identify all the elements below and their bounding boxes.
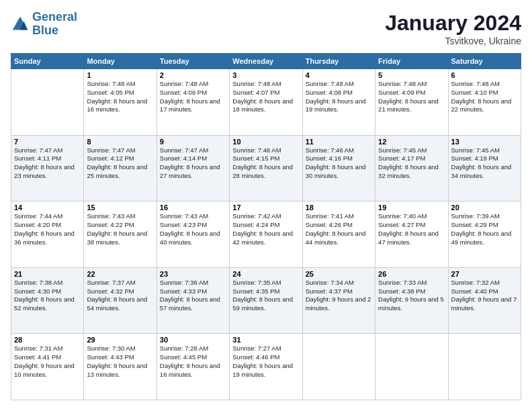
day-number: 29 (87, 336, 153, 344)
title-block: January 2024 Tsvitkove, Ukraine (385, 11, 521, 46)
calendar-header-friday: Friday (375, 54, 448, 69)
day-info: Sunrise: 7:47 AMSunset: 4:11 PMDaylight:… (14, 146, 81, 181)
calendar-cell (448, 334, 521, 400)
calendar-header-row: SundayMondayTuesdayWednesdayThursdayFrid… (11, 54, 521, 69)
day-number: 28 (14, 336, 81, 344)
day-info: Sunrise: 7:30 AMSunset: 4:43 PMDaylight:… (87, 345, 153, 379)
day-number: 11 (306, 138, 372, 146)
calendar-cell: 5Sunrise: 7:48 AMSunset: 4:09 PMDaylight… (375, 69, 448, 136)
calendar-week-1: 7Sunrise: 7:47 AMSunset: 4:11 PMDaylight… (11, 135, 521, 201)
logo-icon (11, 15, 30, 34)
calendar-week-0: 1Sunrise: 7:48 AMSunset: 4:05 PMDaylight… (11, 69, 521, 136)
calendar-week-3: 21Sunrise: 7:38 AMSunset: 4:30 PMDayligh… (11, 267, 521, 334)
day-number: 17 (232, 203, 299, 212)
calendar-week-4: 28Sunrise: 7:31 AMSunset: 4:41 PMDayligh… (11, 334, 521, 400)
day-info: Sunrise: 7:47 AMSunset: 4:14 PMDaylight:… (160, 146, 226, 181)
calendar-cell (375, 334, 448, 400)
calendar-cell: 24Sunrise: 7:35 AMSunset: 4:35 PMDayligh… (230, 267, 302, 334)
day-number: 5 (378, 71, 445, 79)
day-number: 9 (160, 138, 226, 146)
day-number: 7 (14, 138, 81, 146)
calendar-cell: 23Sunrise: 7:36 AMSunset: 4:33 PMDayligh… (157, 267, 229, 334)
calendar-cell: 13Sunrise: 7:45 AMSunset: 4:19 PMDayligh… (448, 135, 521, 201)
month-title: January 2024 (385, 11, 521, 36)
calendar-header-wednesday: Wednesday (230, 54, 302, 69)
calendar-cell: 1Sunrise: 7:48 AMSunset: 4:05 PMDaylight… (84, 69, 157, 136)
calendar-week-2: 14Sunrise: 7:44 AMSunset: 4:20 PMDayligh… (11, 201, 521, 268)
day-number: 23 (160, 270, 226, 278)
location-subtitle: Tsvitkove, Ukraine (385, 36, 521, 46)
day-number: 2 (160, 71, 226, 79)
calendar-header-tuesday: Tuesday (157, 54, 229, 69)
day-info: Sunrise: 7:40 AMSunset: 4:27 PMDaylight:… (378, 212, 445, 246)
day-info: Sunrise: 7:48 AMSunset: 4:09 PMDaylight:… (378, 80, 445, 114)
day-number: 21 (14, 270, 81, 278)
day-info: Sunrise: 7:46 AMSunset: 4:15 PMDaylight:… (232, 146, 299, 181)
calendar-cell: 9Sunrise: 7:47 AMSunset: 4:14 PMDaylight… (157, 135, 229, 201)
logo-text: General Blue (32, 11, 77, 38)
day-info: Sunrise: 7:39 AMSunset: 4:29 PMDaylight:… (451, 212, 518, 246)
calendar-table: SundayMondayTuesdayWednesdayThursdayFrid… (11, 53, 521, 400)
calendar-cell: 11Sunrise: 7:46 AMSunset: 4:16 PMDayligh… (302, 135, 375, 201)
calendar-header-monday: Monday (84, 54, 157, 69)
day-number: 1 (87, 71, 153, 79)
calendar-cell: 6Sunrise: 7:48 AMSunset: 4:10 PMDaylight… (448, 69, 521, 136)
day-info: Sunrise: 7:48 AMSunset: 4:08 PMDaylight:… (306, 80, 372, 114)
day-number: 22 (87, 270, 153, 278)
day-number: 18 (306, 203, 372, 212)
day-info: Sunrise: 7:48 AMSunset: 4:07 PMDaylight:… (232, 80, 299, 114)
calendar-cell: 2Sunrise: 7:48 AMSunset: 4:06 PMDaylight… (157, 69, 229, 136)
header: General Blue January 2024 Tsvitkove, Ukr… (11, 11, 521, 46)
day-number: 27 (451, 270, 518, 278)
logo-line1: General (32, 10, 77, 24)
day-number: 4 (306, 71, 372, 79)
calendar-cell: 20Sunrise: 7:39 AMSunset: 4:29 PMDayligh… (448, 201, 521, 268)
calendar-header-saturday: Saturday (448, 54, 521, 69)
day-info: Sunrise: 7:43 AMSunset: 4:23 PMDaylight:… (160, 212, 226, 246)
calendar-cell: 26Sunrise: 7:33 AMSunset: 4:38 PMDayligh… (375, 267, 448, 334)
day-number: 10 (232, 138, 299, 146)
day-info: Sunrise: 7:37 AMSunset: 4:32 PMDaylight:… (87, 279, 153, 313)
day-number: 13 (451, 138, 518, 146)
day-info: Sunrise: 7:45 AMSunset: 4:17 PMDaylight:… (378, 146, 445, 181)
day-info: Sunrise: 7:35 AMSunset: 4:35 PMDaylight:… (232, 279, 299, 313)
calendar-cell: 12Sunrise: 7:45 AMSunset: 4:17 PMDayligh… (375, 135, 448, 201)
day-info: Sunrise: 7:46 AMSunset: 4:16 PMDaylight:… (306, 146, 372, 181)
calendar-cell: 30Sunrise: 7:28 AMSunset: 4:45 PMDayligh… (157, 334, 229, 400)
calendar-cell: 14Sunrise: 7:44 AMSunset: 4:20 PMDayligh… (11, 201, 84, 268)
calendar-cell: 27Sunrise: 7:32 AMSunset: 4:40 PMDayligh… (448, 267, 521, 334)
day-number: 19 (378, 203, 445, 212)
day-number: 6 (451, 71, 518, 79)
calendar-cell: 25Sunrise: 7:34 AMSunset: 4:37 PMDayligh… (302, 267, 375, 334)
logo-line2: Blue (32, 24, 58, 37)
day-info: Sunrise: 7:45 AMSunset: 4:19 PMDaylight:… (451, 146, 518, 181)
calendar-cell: 8Sunrise: 7:47 AMSunset: 4:12 PMDaylight… (84, 135, 157, 201)
day-number: 24 (232, 270, 299, 278)
calendar-cell: 15Sunrise: 7:43 AMSunset: 4:22 PMDayligh… (84, 201, 157, 268)
day-number: 15 (87, 203, 153, 212)
day-number: 20 (451, 203, 518, 212)
day-number: 8 (87, 138, 153, 146)
day-info: Sunrise: 7:38 AMSunset: 4:30 PMDaylight:… (14, 279, 81, 313)
calendar-cell: 7Sunrise: 7:47 AMSunset: 4:11 PMDaylight… (11, 135, 84, 201)
calendar-cell: 18Sunrise: 7:41 AMSunset: 4:26 PMDayligh… (302, 201, 375, 268)
page: General Blue January 2024 Tsvitkove, Ukr… (0, 0, 532, 411)
day-info: Sunrise: 7:43 AMSunset: 4:22 PMDaylight:… (87, 212, 153, 246)
day-number: 16 (160, 203, 226, 212)
day-info: Sunrise: 7:33 AMSunset: 4:38 PMDaylight:… (378, 279, 445, 313)
day-number: 30 (160, 336, 226, 344)
calendar-header-thursday: Thursday (302, 54, 375, 69)
day-number: 12 (378, 138, 445, 146)
day-info: Sunrise: 7:36 AMSunset: 4:33 PMDaylight:… (160, 279, 226, 313)
day-info: Sunrise: 7:28 AMSunset: 4:45 PMDaylight:… (160, 345, 226, 379)
day-number: 25 (306, 270, 372, 278)
day-number: 3 (232, 71, 299, 79)
day-info: Sunrise: 7:48 AMSunset: 4:10 PMDaylight:… (451, 80, 518, 114)
day-number: 14 (14, 203, 81, 212)
calendar-cell: 4Sunrise: 7:48 AMSunset: 4:08 PMDaylight… (302, 69, 375, 136)
calendar-cell (11, 69, 84, 136)
calendar-cell: 19Sunrise: 7:40 AMSunset: 4:27 PMDayligh… (375, 201, 448, 268)
day-info: Sunrise: 7:27 AMSunset: 4:46 PMDaylight:… (232, 345, 299, 379)
calendar-cell: 21Sunrise: 7:38 AMSunset: 4:30 PMDayligh… (11, 267, 84, 334)
calendar-cell: 31Sunrise: 7:27 AMSunset: 4:46 PMDayligh… (230, 334, 302, 400)
